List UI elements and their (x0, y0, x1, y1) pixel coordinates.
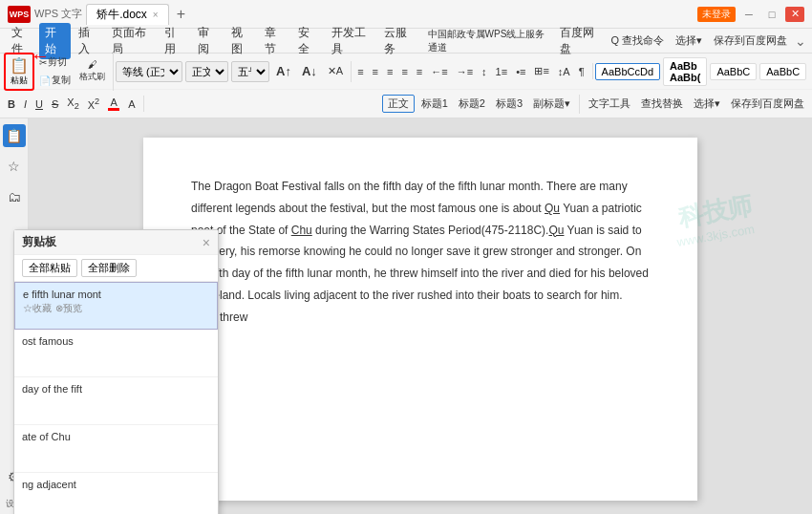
select-dropdown[interactable]: 选择▾ (672, 32, 706, 50)
underline-button[interactable]: U (32, 97, 47, 111)
maximize-button[interactable]: □ (762, 7, 781, 22)
show-marks[interactable]: ¶ (575, 64, 588, 79)
menu-dev-tools[interactable]: 开发工具 (326, 23, 377, 59)
italic-button[interactable]: I (20, 97, 31, 111)
subscript-button[interactable]: X2 (63, 96, 82, 112)
clipboard-item-text: ate of Chu (22, 431, 210, 442)
superscript-button[interactable]: X2 (84, 96, 103, 112)
select-button[interactable]: 选择▾ (690, 95, 724, 113)
format-paint-button[interactable]: 🖌 格式刷 (75, 57, 109, 85)
distribute[interactable]: ≡ (413, 64, 426, 79)
menu-review[interactable]: 审阅 (192, 23, 224, 59)
close-button[interactable]: ✕ (785, 7, 804, 22)
align-left[interactable]: ≡ (353, 64, 367, 79)
sort[interactable]: ↕A (554, 64, 574, 79)
clipboard-item-text: e fifth lunar mont (23, 289, 209, 300)
minimize-button[interactable]: ─ (739, 7, 759, 22)
docs-icon[interactable]: 🗂 (3, 185, 26, 208)
new-tab-icon[interactable]: + (177, 6, 185, 23)
right-tools: 正文 标题1 标题2 标题3 副标题▾ 文字工具 查找替换 选择▾ 保存到百度网… (382, 95, 808, 114)
clipboard-items: e fifth lunar mont ☆收藏 ⊗预览 ost famous da… (14, 282, 218, 514)
save-baidu[interactable]: 保存到百度网盘 (710, 32, 791, 50)
paste-group: 📋 粘贴 ← ✂ 剪切 📄 复制 🖌 格式刷 (4, 53, 114, 91)
clipboard-item[interactable]: ng adjacent (14, 473, 218, 514)
clipboard-item[interactable]: ost famous (14, 330, 218, 377)
menu-cloud[interactable]: 云服务 (378, 23, 419, 59)
clipboard-header: 剪贴板 × (14, 230, 218, 255)
clipboard-close-icon[interactable]: × (203, 235, 210, 250)
align-center[interactable]: ≡ (369, 64, 382, 79)
qu-yuan-link: Qu (545, 202, 560, 215)
menu-more[interactable]: ⌄ (795, 33, 806, 49)
bold-button[interactable]: B (4, 97, 19, 111)
document-page: The Dragon Boat Festival falls on the fi… (143, 138, 697, 501)
save-baidu-btn[interactable]: 保存到百度网盘 (727, 95, 808, 113)
menu-chapter[interactable]: 章节 (259, 23, 290, 59)
menu-postal[interactable]: 中国邮政专属WPS线上服务通道 (422, 26, 552, 56)
subtitle-label[interactable]: 副标题▾ (529, 95, 574, 113)
clipboard-item-actions: ☆收藏 ⊗预览 (23, 302, 209, 315)
tab-name: 矫牛.docx (96, 7, 147, 23)
numbering[interactable]: 1≡ (492, 64, 512, 79)
normal-style-label[interactable]: 正文 (382, 95, 415, 113)
style-heading1[interactable]: AaBb AaBb( (663, 57, 707, 86)
menu-references[interactable]: 引用 (159, 23, 190, 59)
wps-logo: WPS (8, 6, 31, 23)
bullets[interactable]: •≡ (512, 64, 529, 79)
title-bar-right: 未登录 ─ □ ✕ (697, 7, 804, 22)
file-tab[interactable]: 矫牛.docx × (86, 4, 169, 25)
style-normal[interactable]: AaBbCcDd (595, 63, 660, 80)
font-size-decrease[interactable]: A↓ (298, 62, 321, 80)
font-color-button[interactable]: A (104, 96, 123, 112)
style-heading3[interactable]: AaBbC (759, 63, 806, 80)
paste-button[interactable]: 📋 粘贴 (4, 53, 34, 91)
clipboard-title: 剪贴板 (22, 234, 56, 250)
clipboard-item-text: ost famous (22, 335, 210, 347)
text-tools-button[interactable]: 文字工具 (585, 95, 634, 113)
font-size-increase[interactable]: A↑ (272, 62, 295, 80)
highlight-button[interactable]: A (124, 97, 139, 111)
copy-button[interactable]: 📄 复制 (35, 72, 75, 89)
heading2-label[interactable]: 标题2 (455, 95, 489, 113)
preview-icon[interactable]: ⊗预览 (55, 302, 82, 315)
heading3-label[interactable]: 标题3 (492, 95, 526, 113)
strikethrough-button[interactable]: S (48, 97, 62, 111)
clipboard-item[interactable]: ate of Chu (14, 425, 218, 473)
heading1-label[interactable]: 标题1 (417, 95, 452, 113)
clipboard-panel: 剪贴板 × 全部粘贴 全部删除 e fifth lunar mont ☆收藏 ⊗… (13, 229, 219, 514)
font-style-select[interactable]: 正文 (185, 61, 228, 82)
clipboard-item[interactable]: e fifth lunar mont ☆收藏 ⊗预览 (14, 282, 218, 330)
font-group: 等线 (正文 正文 五号 A↑ A↓ ✕A (116, 61, 352, 82)
font-size-select[interactable]: 五号 (231, 61, 269, 82)
sep1 (579, 95, 580, 114)
app-body: 📋 ☆ 🗂 ⚙ 设置 剪贴板 × 全部粘贴 全部删除 e fifth lunar… (0, 118, 812, 514)
tab-close-icon[interactable]: × (153, 10, 159, 20)
login-button[interactable]: 未登录 (697, 7, 736, 22)
style-heading2[interactable]: AaBbC (710, 63, 757, 80)
find-command[interactable]: Q 查找命令 (607, 32, 668, 50)
style-area: AaBbCcDd AaBb AaBb( AaBbC AaBbC (595, 57, 807, 86)
line-spacing[interactable]: ↕ (478, 64, 491, 79)
align-group: ≡ ≡ ≡ ≡ ≡ ←≡ →≡ ↕ 1≡ •≡ ⊞≡ ↕A ¶ (353, 63, 592, 79)
cut-button[interactable]: ✂ 剪切 (35, 54, 75, 71)
star-icon[interactable]: ☆收藏 (23, 302, 52, 315)
menu-security[interactable]: 安全 (292, 23, 324, 59)
find-replace-button[interactable]: 查找替换 (637, 95, 687, 113)
clipboard-icon[interactable]: 📋 (3, 124, 26, 147)
menu-view[interactable]: 视图 (225, 23, 257, 59)
paste-all-button[interactable]: 全部粘贴 (22, 259, 77, 277)
multilevel-list[interactable]: ⊞≡ (530, 63, 552, 79)
align-right[interactable]: ≡ (383, 64, 396, 79)
font-name-select[interactable]: 等线 (正文 (116, 61, 182, 82)
menu-bar: 文件 开始 插入 页面布局 引用 审阅 视图 章节 安全 开发工具 云服务 中国… (0, 29, 812, 54)
file-label: WPS 文字 (34, 7, 82, 21)
delete-all-button[interactable]: 全部删除 (81, 259, 137, 277)
justify[interactable]: ≡ (397, 64, 411, 79)
clipboard-item[interactable]: day of the fift (14, 377, 218, 425)
favorites-icon[interactable]: ☆ (3, 155, 26, 178)
indent-increase[interactable]: →≡ (453, 64, 477, 79)
clipboard-item-text: ng adjacent (22, 479, 210, 490)
clear-format[interactable]: ✕A (324, 63, 347, 79)
indent-decrease[interactable]: ←≡ (427, 64, 451, 79)
menu-baidu[interactable]: 百度网盘 (554, 23, 606, 59)
